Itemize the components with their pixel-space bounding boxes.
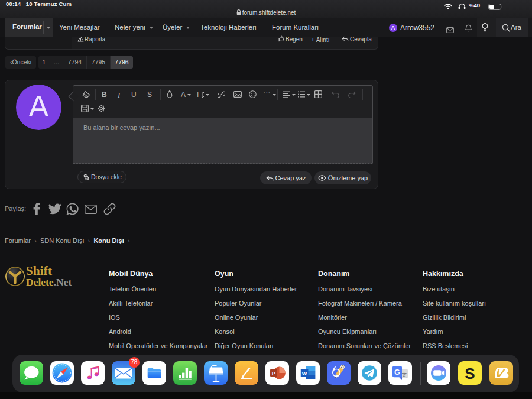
svg-text:S: S bbox=[465, 365, 475, 382]
svg-text:P: P bbox=[272, 370, 276, 377]
svg-text:W: W bbox=[302, 371, 307, 377]
svg-text:G: G bbox=[394, 368, 400, 377]
